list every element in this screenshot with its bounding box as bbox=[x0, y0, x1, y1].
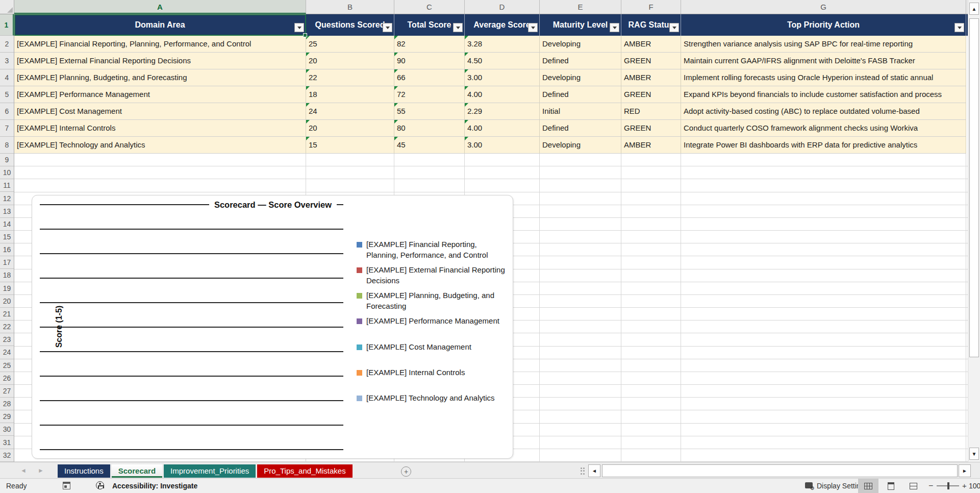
filter-button[interactable] bbox=[294, 23, 304, 32]
header-cell-A1[interactable]: Domain Area bbox=[14, 14, 306, 36]
cell-D5[interactable]: 4.00 bbox=[465, 86, 540, 103]
row-header-25[interactable]: 25 bbox=[0, 359, 14, 372]
cell-B7[interactable]: 20 bbox=[306, 120, 394, 137]
cell-D4[interactable]: 3.00 bbox=[465, 69, 540, 86]
row-header-20[interactable]: 20 bbox=[0, 295, 14, 308]
cell-F2[interactable]: AMBER bbox=[621, 36, 681, 53]
page-layout-view-button[interactable] bbox=[881, 479, 901, 493]
scroll-up-button[interactable]: ▲ bbox=[969, 3, 979, 15]
zoom-out-button[interactable]: − bbox=[928, 481, 933, 490]
cell-A7[interactable]: [EXAMPLE] Internal Controls bbox=[14, 120, 306, 137]
cell-C3[interactable]: 90 bbox=[394, 53, 465, 69]
cell-B5[interactable]: 18 bbox=[306, 86, 394, 103]
new-sheet-button[interactable]: + bbox=[401, 466, 411, 477]
row-header-5[interactable]: 5 bbox=[0, 86, 14, 103]
row-header-4[interactable]: 4 bbox=[0, 69, 14, 86]
column-header-F[interactable]: F bbox=[621, 0, 681, 14]
sheet-tab-improvement_priorities[interactable]: Improvement_Priorities bbox=[164, 464, 256, 478]
scroll-left-button[interactable]: ◄ bbox=[588, 464, 600, 477]
cell-E7[interactable]: Defined bbox=[540, 120, 621, 137]
row-header-13[interactable]: 13 bbox=[0, 205, 14, 218]
row-header-32[interactable]: 32 bbox=[0, 449, 14, 462]
cell-G6[interactable]: Adopt activity-based costing (ABC) to re… bbox=[681, 103, 966, 120]
header-cell-D1[interactable]: Average Score bbox=[465, 14, 540, 36]
cell-E3[interactable]: Defined bbox=[540, 53, 621, 69]
column-header-G[interactable]: G bbox=[681, 0, 966, 14]
cell-C2[interactable]: 82 bbox=[394, 36, 465, 53]
cell-E5[interactable]: Defined bbox=[540, 86, 621, 103]
cell-A3[interactable]: [EXAMPLE] External Financial Reporting D… bbox=[14, 53, 306, 69]
row-header-17[interactable]: 17 bbox=[0, 256, 14, 269]
cell-F7[interactable]: GREEN bbox=[621, 120, 681, 137]
cell-G8[interactable]: Integrate Power BI dashboards with ERP d… bbox=[681, 137, 966, 154]
header-cell-B1[interactable]: Questions Scored bbox=[306, 14, 394, 36]
select-all-button[interactable] bbox=[0, 0, 14, 14]
cell-B8[interactable]: 15 bbox=[306, 137, 394, 154]
row-header-29[interactable]: 29 bbox=[0, 410, 14, 423]
cell-E6[interactable]: Initial bbox=[540, 103, 621, 120]
sheet-tab-pro_tips_and_mistakes[interactable]: Pro_Tips_and_Mistakes bbox=[257, 464, 352, 478]
row-header-21[interactable]: 21 bbox=[0, 308, 14, 321]
row-header-3[interactable]: 3 bbox=[0, 53, 14, 69]
cell-D3[interactable]: 4.50 bbox=[465, 53, 540, 69]
filter-button[interactable] bbox=[669, 23, 679, 32]
row-header-18[interactable]: 18 bbox=[0, 269, 14, 282]
cell-F5[interactable]: GREEN bbox=[621, 86, 681, 103]
row-header-1[interactable]: 1 bbox=[0, 14, 14, 36]
row-header-27[interactable]: 27 bbox=[0, 385, 14, 398]
cell-G7[interactable]: Conduct quarterly COSO framework alignme… bbox=[681, 120, 966, 137]
cell-A2[interactable]: [EXAMPLE] Financial Reporting, Planning,… bbox=[14, 36, 306, 53]
cell-F4[interactable]: AMBER bbox=[621, 69, 681, 86]
normal-view-button[interactable] bbox=[858, 479, 878, 493]
row-header-22[interactable]: 22 bbox=[0, 321, 14, 333]
column-header-B[interactable]: B bbox=[306, 0, 394, 14]
column-header-C[interactable]: C bbox=[394, 0, 465, 14]
row-header-11[interactable]: 11 bbox=[0, 179, 14, 192]
header-cell-G1[interactable]: Top Priority Action bbox=[681, 14, 966, 36]
scrollbar-resize-handle[interactable] bbox=[581, 467, 586, 475]
header-cell-E1[interactable]: Maturity Level bbox=[540, 14, 621, 36]
tab-scroll-left-button[interactable]: ◄ bbox=[20, 467, 27, 474]
row-header-15[interactable]: 15 bbox=[0, 231, 14, 243]
cell-G2[interactable]: Strengthen variance analysis using SAP B… bbox=[681, 36, 966, 53]
scroll-right-button[interactable]: ► bbox=[959, 464, 971, 477]
row-header-24[interactable]: 24 bbox=[0, 346, 14, 359]
cell-C8[interactable]: 45 bbox=[394, 137, 465, 154]
scroll-down-button[interactable]: ▼ bbox=[969, 448, 979, 460]
filter-button[interactable] bbox=[383, 23, 392, 32]
accessibility-status-button[interactable]: Accessibility: Investigate bbox=[112, 482, 197, 490]
row-header-19[interactable]: 19 bbox=[0, 282, 14, 295]
cell-D6[interactable]: 2.29 bbox=[465, 103, 540, 120]
embedded-chart[interactable]: Scorecard — Score Overview Score (1-5) [… bbox=[32, 195, 513, 459]
cell-E4[interactable]: Developing bbox=[540, 69, 621, 86]
cell-A8[interactable]: [EXAMPLE] Technology and Analytics bbox=[14, 137, 306, 154]
cell-F8[interactable]: AMBER bbox=[621, 137, 681, 154]
row-header-28[interactable]: 28 bbox=[0, 398, 14, 410]
cell-D2[interactable]: 3.28 bbox=[465, 36, 540, 53]
row-header-30[interactable]: 30 bbox=[0, 423, 14, 436]
fill-handle[interactable] bbox=[303, 33, 307, 37]
cell-C4[interactable]: 66 bbox=[394, 69, 465, 86]
tab-scroll-right-button[interactable]: ► bbox=[38, 467, 44, 474]
row-header-2[interactable]: 2 bbox=[0, 36, 14, 53]
header-cell-C1[interactable]: Total Score bbox=[394, 14, 465, 36]
cell-D7[interactable]: 4.00 bbox=[465, 120, 540, 137]
cell-B4[interactable]: 22 bbox=[306, 69, 394, 86]
row-header-31[interactable]: 31 bbox=[0, 436, 14, 449]
cell-A6[interactable]: [EXAMPLE] Cost Management bbox=[14, 103, 306, 120]
column-header-D[interactable]: D bbox=[465, 0, 540, 14]
macro-record-icon[interactable] bbox=[63, 482, 70, 489]
zoom-slider-thumb[interactable] bbox=[947, 482, 949, 489]
cell-B6[interactable]: 24 bbox=[306, 103, 394, 120]
zoom-in-button[interactable]: + bbox=[962, 481, 967, 490]
vertical-scrollbar-thumb[interactable] bbox=[969, 18, 979, 357]
filter-button[interactable] bbox=[453, 23, 463, 32]
cell-G4[interactable]: Implement rolling forecasts using Oracle… bbox=[681, 69, 966, 86]
row-header-23[interactable]: 23 bbox=[0, 333, 14, 346]
sheet-tab-scorecard[interactable]: Scorecard bbox=[112, 464, 162, 478]
worksheet-grid[interactable]: Domain AreaQuestions ScoredTotal ScoreAv… bbox=[14, 14, 968, 462]
cell-F6[interactable]: RED bbox=[621, 103, 681, 120]
cell-G3[interactable]: Maintain current GAAP/IFRS alignment wit… bbox=[681, 53, 966, 69]
cell-E2[interactable]: Developing bbox=[540, 36, 621, 53]
cell-C5[interactable]: 72 bbox=[394, 86, 465, 103]
